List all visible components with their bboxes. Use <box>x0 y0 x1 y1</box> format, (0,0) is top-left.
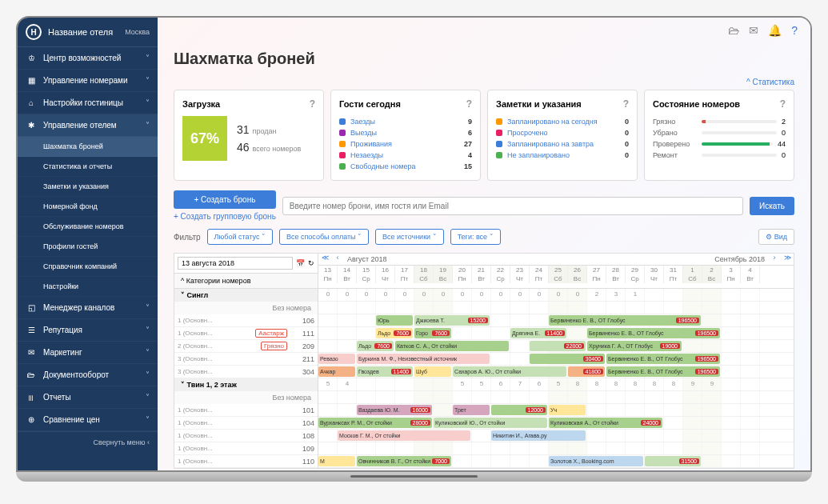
booking-bar[interactable]: Дрягина Е.11400 <box>510 328 566 338</box>
booking-bar[interactable]: Ваздаева Ю. М.16000 <box>357 405 432 415</box>
room-row[interactable]: 1 (Основн...104 <box>174 417 318 430</box>
room-row[interactable]: 1 (Основн...108 <box>174 430 318 442</box>
nav-sub-item[interactable]: Обслуживание номеров <box>18 217 158 237</box>
bell-icon[interactable]: 🔔 <box>768 24 782 37</box>
booking-bar[interactable]: 12000 <box>491 405 547 415</box>
nav-sub-item[interactable]: Профили гостей <box>18 237 158 257</box>
booking-bar[interactable]: 22800 <box>530 341 586 351</box>
nav-sub-item[interactable]: Справочник компаний <box>18 257 158 277</box>
room-row[interactable]: 1 (Основн...109 <box>174 442 318 455</box>
stat-label[interactable]: Не запланировано <box>507 151 625 159</box>
filter-tags[interactable]: Теги: все ˅ <box>450 229 501 245</box>
nav-item[interactable]: ✱Управление отелем˅ <box>18 114 158 137</box>
booking-bar[interactable]: Москов Г. М., От стойки <box>338 430 470 441</box>
prev-month[interactable]: ≪ <box>318 254 331 265</box>
nav-sub-item[interactable]: Статистика и отчеты <box>18 157 158 177</box>
booking-bar[interactable]: Хруника Г. А., ОТ Глобус19000 <box>587 341 682 351</box>
nav-item[interactable]: ☰Репутация˅ <box>18 319 158 342</box>
booking-bar[interactable]: Джиоева Т.15200 <box>414 315 490 326</box>
booking-bar[interactable]: 30400 <box>530 354 605 364</box>
stat-label[interactable]: Просрочено <box>507 129 625 137</box>
booking-bar[interactable]: Ачкар <box>318 366 355 377</box>
booking-bar[interactable]: М <box>318 456 355 466</box>
nav-item[interactable]: ⫼Отчеты˅ <box>18 386 158 409</box>
nav-item[interactable]: ✉Маркетинг˅ <box>18 342 158 364</box>
booking-bar[interactable]: Льдо7600 <box>376 328 413 338</box>
stat-label[interactable]: Заезды <box>350 118 468 126</box>
search-input[interactable] <box>282 197 743 215</box>
booking-bar[interactable]: 31500 <box>645 456 701 466</box>
search-button[interactable]: Искать <box>750 197 794 215</box>
prev-day[interactable]: ‹ <box>331 254 344 265</box>
booking-bar[interactable]: Куликовская А., От стойки24000 <box>549 418 662 428</box>
booking-bar[interactable]: Юрь <box>376 315 413 326</box>
booking-bar[interactable]: Катков С. А., От стойки <box>395 341 509 351</box>
view-button[interactable]: ⚙ Вид <box>758 229 794 245</box>
booking-bar[interactable]: Буркина М. Ф., Неизвестный источник <box>357 354 490 364</box>
booking-bar[interactable]: Льдо7600 <box>357 341 394 351</box>
date-input[interactable] <box>178 257 293 270</box>
booking-bar[interactable]: Никитин И., Агава.ру <box>491 430 586 441</box>
categories-toggle[interactable]: ^ Категории номеров <box>174 274 318 288</box>
nav-sub-item[interactable]: Настройки <box>18 277 158 297</box>
next-month[interactable]: ≫ <box>781 254 794 265</box>
room-row[interactable]: 1 (Основн...101 <box>174 404 318 417</box>
booking-bar[interactable]: Горо7600 <box>414 328 451 338</box>
stat-label[interactable]: Запланировано на завтра <box>507 140 625 148</box>
room-row[interactable]: 2 (Основн...Грязно209 <box>174 340 318 353</box>
nav-item[interactable]: ◱Менеджер каналов˅ <box>18 297 158 319</box>
refresh-icon[interactable]: ↻ <box>308 259 314 267</box>
booking-bar[interactable]: Бервиненко Е. В., ОТ Глобус196500 <box>549 315 701 326</box>
nav-item[interactable]: ⊕Сравнение цен˅ <box>18 409 158 431</box>
booking-bar[interactable]: Ревазо <box>318 354 355 364</box>
booking-bar[interactable]: Овчинников В. Г., От стойки7000 <box>357 456 451 466</box>
nav-sub-item[interactable]: Номерной фонд <box>18 197 158 217</box>
booking-bar[interactable]: Шуб <box>414 366 451 377</box>
collapse-menu[interactable]: Свернуть меню ‹ <box>18 431 158 453</box>
booking-bar[interactable]: Уч <box>549 405 586 415</box>
nav-item[interactable]: ▦Управление номерами˅ <box>18 70 158 92</box>
nav-sub-item[interactable]: Заметки и указания <box>18 177 158 197</box>
booking-bar[interactable]: Гвоздев11400 <box>357 366 413 377</box>
room-row[interactable]: 3 (Основн...304 <box>174 366 318 378</box>
room-row[interactable]: 1 (Основн...106 <box>174 314 318 327</box>
create-group-booking-button[interactable]: + Создать групповую бронь <box>174 212 276 221</box>
booking-bar[interactable]: Сахаров А. Ю., От стойки <box>453 366 566 377</box>
booking-bar[interactable]: Вурханксах Р. М., От стойки28000 <box>318 418 432 428</box>
booking-bar[interactable]: Золотов Х., Booking.com <box>549 456 643 466</box>
stat-label[interactable]: Незаезды <box>350 151 468 159</box>
stat-label[interactable]: Свободные номера <box>350 162 464 170</box>
stats-toggle[interactable]: ^ Статистика <box>158 74 810 90</box>
help-icon[interactable]: ? <box>791 24 798 37</box>
nav-item[interactable]: 🗁Документооборот˅ <box>18 364 158 386</box>
category-row[interactable]: ˅ Твин 1, 2 этаж <box>174 378 318 391</box>
room-row[interactable]: 1 (Основн...110 <box>174 455 318 468</box>
folder-icon[interactable]: 🗁 <box>728 24 739 37</box>
booking-bar[interactable]: Куликовский Ю., От стойки <box>434 418 547 428</box>
stat-label[interactable]: Запланировано на сегодня <box>507 118 625 126</box>
help-icon[interactable]: ? <box>310 98 315 110</box>
next-day[interactable]: › <box>768 254 781 265</box>
booking-bar[interactable]: Бервиненко Е. В., ОТ Глобус196500 <box>606 366 720 377</box>
help-icon[interactable]: ? <box>466 98 472 110</box>
help-icon[interactable]: ? <box>623 98 629 110</box>
stat-label[interactable]: Выезды <box>350 129 468 137</box>
booking-bar[interactable]: 41800 <box>568 366 605 377</box>
nav-item[interactable]: ♔Центр возможностей˅ <box>18 47 158 70</box>
nav-sub-item[interactable]: Шахматка броней <box>18 137 158 157</box>
booking-bar[interactable]: Бервиненко Е. В., ОТ Глобус196500 <box>606 354 720 364</box>
mail-icon[interactable]: ✉ <box>749 24 758 37</box>
filter-sources[interactable]: Все источники ˅ <box>375 229 444 245</box>
room-row[interactable]: 3 (Основн...211 <box>174 353 318 366</box>
nav-item[interactable]: ⌂Настройки гостиницы˅ <box>18 92 158 114</box>
filter-payment[interactable]: Все способы оплаты ˅ <box>279 229 369 245</box>
create-booking-button[interactable]: + Создать бронь <box>174 190 276 209</box>
help-icon[interactable]: ? <box>780 98 786 110</box>
booking-bar[interactable]: Трет <box>453 405 490 415</box>
booking-bar[interactable]: Бервиненко Е. В., ОТ Глобус196500 <box>587 328 720 338</box>
filter-status[interactable]: Любой статус ˅ <box>207 229 273 245</box>
category-row[interactable]: ˅ Сингл <box>174 289 318 302</box>
stat-label[interactable]: Проживания <box>350 140 464 148</box>
calendar-icon[interactable]: 📅 <box>296 259 305 267</box>
room-row[interactable]: 1 (Основн...Аастарж111 <box>174 327 318 340</box>
